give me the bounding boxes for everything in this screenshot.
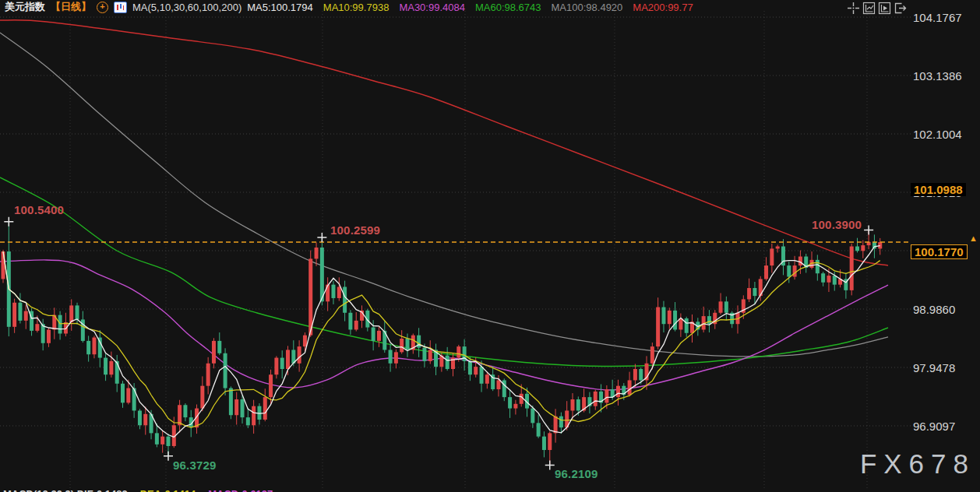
ma-value-label: MA200:99.77 [633, 2, 693, 13]
candle [24, 311, 28, 321]
clipped-indicator-row: MACD(12,26,9) DIF:0.1483DEA:0.1414MACD:0… [3, 488, 285, 492]
candle [143, 414, 147, 425]
candle [121, 384, 125, 403]
fx678-watermark: FX678 [860, 448, 975, 480]
candle [764, 265, 768, 279]
candle [224, 353, 227, 388]
candle [531, 409, 534, 423]
ma-settings-label[interactable]: MA(5,10,30,60,100,200) [132, 2, 241, 13]
extreme-cross-marker [4, 217, 13, 227]
candle [650, 346, 654, 364]
candle [69, 305, 73, 322]
candle [76, 305, 79, 319]
candle [833, 276, 837, 285]
extreme-price-annotation: 96.2109 [555, 467, 598, 480]
y-axis-label: 102.1004 [913, 128, 962, 141]
candle [548, 433, 552, 450]
candle [685, 318, 689, 333]
candle [474, 367, 478, 374]
extreme-cross-marker [545, 460, 555, 469]
candle [776, 247, 780, 249]
y-axis-label: 97.9478 [913, 361, 955, 374]
candle [605, 389, 608, 402]
candle [633, 369, 637, 380]
period-selector[interactable]: 【日线】 [51, 0, 91, 14]
candle [719, 301, 723, 312]
price-chart-canvas[interactable] [0, 0, 980, 492]
candle [331, 285, 335, 298]
candle [616, 386, 620, 397]
candle [241, 399, 245, 417]
candle [850, 247, 854, 290]
ma-current-values: MA5:100.1794MA10:99.7938MA30:99.4084MA60… [247, 2, 703, 13]
ma60-line [0, 177, 888, 367]
candle [872, 242, 876, 249]
candle [394, 352, 398, 363]
candle [372, 328, 375, 341]
candle [104, 358, 108, 375]
upper-price-tag: 101.0988 [911, 183, 966, 196]
candle [155, 433, 159, 444]
candle [263, 397, 267, 420]
exit-right-icon[interactable] [894, 2, 907, 15]
candle [303, 336, 307, 346]
y-axis-label: 103.1386 [913, 69, 962, 83]
candle [109, 361, 113, 374]
candle [138, 410, 142, 425]
y-axis-label: 98.9860 [913, 303, 955, 316]
ma-value-label: MA30:99.4084 [399, 2, 465, 13]
candle [480, 367, 484, 384]
candle [770, 248, 774, 265]
candle [178, 405, 182, 425]
candle [668, 311, 672, 324]
extreme-price-annotation: 100.2599 [330, 223, 380, 237]
extreme-price-annotation: 100.3900 [812, 218, 862, 231]
chart-header: 美元指数 【日线】 + MA(5,10,30,60,100,200) MA5:1… [5, 1, 703, 13]
candle [576, 399, 580, 410]
candle [212, 341, 216, 364]
extreme-cross-marker [317, 233, 326, 242]
current-price-tag: 100.1770 [911, 244, 968, 259]
ma-value-label: MA10:99.7938 [323, 2, 390, 13]
candle [47, 329, 51, 343]
y-axis-label: 96.9097 [913, 420, 955, 433]
candle [753, 288, 756, 296]
candle [639, 369, 643, 380]
clipped-indicator-segment: DEA:0.1414 [140, 488, 196, 492]
candle [2, 251, 5, 279]
candle [280, 358, 284, 369]
candle [798, 257, 802, 266]
candle [183, 405, 187, 417]
chart-play-icon[interactable] [878, 2, 891, 15]
candle [468, 361, 472, 374]
candle [286, 350, 290, 369]
candle [298, 346, 301, 364]
ma-value-label: MA100:98.4920 [552, 2, 623, 13]
candle [485, 374, 489, 384]
circle-plus-icon[interactable]: + [97, 2, 108, 13]
candle [234, 399, 238, 415]
candle [656, 308, 660, 347]
candle [246, 417, 250, 425]
candle [126, 388, 130, 403]
candle [166, 437, 170, 446]
candle [422, 348, 426, 361]
candle [354, 321, 358, 330]
candle [115, 361, 119, 384]
candle [520, 394, 523, 404]
chart-axes-icon[interactable] [862, 2, 876, 15]
scroll-to-latest-arrow-icon[interactable]: ▲ [969, 234, 978, 242]
candle [793, 265, 797, 276]
chart-toolbar [847, 2, 907, 15]
candlestick-chart-icon[interactable] [114, 2, 127, 13]
candle [878, 242, 882, 248]
crosshair-icon[interactable] [847, 2, 860, 15]
candle [343, 287, 347, 313]
candle [496, 380, 500, 389]
candle [315, 248, 319, 258]
y-axis-label: 104.1767 [913, 11, 962, 24]
candle [707, 316, 711, 324]
candle [206, 364, 210, 386]
candle [724, 301, 728, 312]
candle [542, 437, 546, 450]
